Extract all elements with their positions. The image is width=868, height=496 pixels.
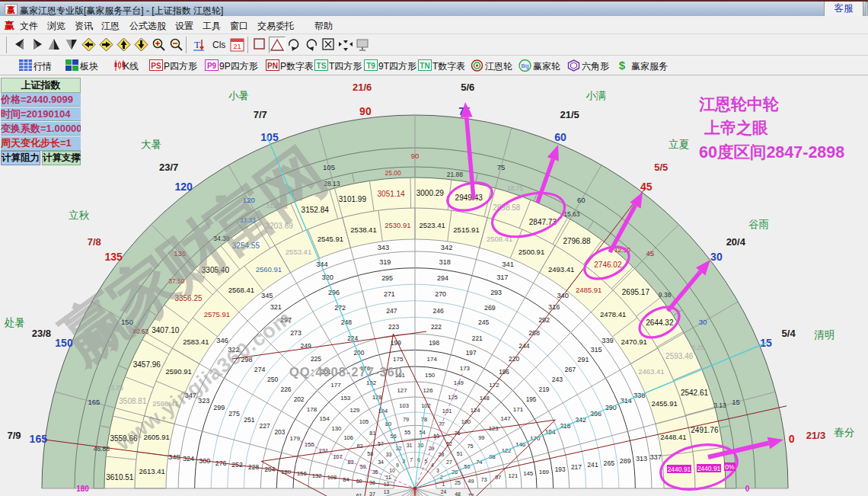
svg-text:226: 226 (281, 386, 292, 393)
svg-text:317: 317 (496, 274, 508, 281)
svg-text:61: 61 (356, 493, 362, 496)
svg-text:31: 31 (407, 443, 413, 448)
svg-text:323: 323 (198, 397, 209, 405)
svg-text:55: 55 (404, 430, 410, 436)
svg-text:45: 45 (640, 181, 653, 193)
svg-text:147: 147 (500, 415, 510, 422)
svg-text:2796.88: 2796.88 (563, 237, 591, 245)
svg-text:174: 174 (427, 356, 438, 363)
svg-text:21/6: 21/6 (353, 82, 372, 93)
svg-text:0: 0 (789, 433, 795, 445)
svg-text:大暑: 大暑 (141, 139, 161, 150)
svg-text:20/4: 20/4 (726, 236, 746, 248)
svg-text:289: 289 (620, 457, 631, 465)
svg-text:126: 126 (423, 387, 433, 394)
svg-text:250: 250 (267, 376, 279, 383)
svg-text:165: 165 (88, 398, 100, 406)
svg-text:219: 219 (539, 386, 550, 393)
svg-text:0%: 0% (725, 463, 735, 471)
svg-text:23/8: 23/8 (32, 328, 51, 339)
svg-text:TS: TS (317, 62, 327, 70)
svg-text:2493.41: 2493.41 (548, 265, 574, 274)
svg-text:165: 165 (30, 433, 48, 445)
svg-text:7/9: 7/9 (7, 430, 21, 441)
svg-text:7/7: 7/7 (254, 109, 267, 120)
svg-text:3508.81: 3508.81 (119, 397, 147, 405)
svg-text:145: 145 (523, 470, 534, 477)
svg-text:2949.43: 2949.43 (455, 194, 483, 202)
svg-text:299: 299 (213, 404, 225, 411)
svg-text:247: 247 (386, 307, 397, 315)
svg-text:273: 273 (290, 329, 302, 337)
svg-text:3000.29: 3000.29 (416, 189, 445, 197)
svg-text:265: 265 (604, 459, 615, 467)
svg-text:178: 178 (307, 406, 318, 413)
svg-text:171: 171 (513, 406, 524, 413)
svg-text:318: 318 (439, 258, 451, 266)
svg-text:2560.91: 2560.91 (256, 265, 282, 274)
svg-text:73: 73 (481, 476, 487, 483)
svg-text:105: 105 (359, 418, 369, 425)
svg-text:169: 169 (539, 469, 550, 475)
svg-text:2553.41: 2553.41 (286, 248, 311, 256)
svg-text:45: 45 (646, 249, 654, 258)
svg-text:43.75: 43.75 (107, 384, 124, 392)
svg-text:193: 193 (555, 466, 566, 473)
svg-text:82: 82 (356, 443, 362, 450)
svg-text:10: 10 (389, 468, 395, 473)
svg-text:59: 59 (360, 464, 366, 470)
svg-text:P9: P9 (207, 62, 217, 70)
svg-text:271: 271 (384, 290, 395, 298)
svg-text:30: 30 (710, 251, 723, 263)
svg-text:2545.91: 2545.91 (318, 235, 343, 243)
svg-text:125: 125 (448, 394, 458, 401)
svg-text:2463.41: 2463.41 (638, 367, 664, 376)
svg-text:79: 79 (403, 416, 409, 423)
svg-text:195: 195 (526, 396, 537, 403)
svg-text:25: 25 (455, 480, 461, 485)
svg-text:24: 24 (441, 489, 447, 494)
svg-text:立夏: 立夏 (669, 139, 690, 150)
svg-text:319: 319 (379, 258, 391, 266)
svg-text:243: 243 (552, 376, 563, 383)
svg-text:江恩轮中轮: 江恩轮中轮 (698, 95, 780, 113)
svg-text:315: 315 (590, 346, 602, 354)
svg-text:3: 3 (436, 468, 439, 473)
svg-text:221: 221 (472, 334, 483, 342)
svg-text:48: 48 (455, 491, 461, 496)
svg-text:60度区间2847-2898: 60度区间2847-2898 (699, 143, 844, 162)
svg-text:15.63: 15.63 (563, 210, 580, 218)
svg-text:203: 203 (275, 429, 286, 436)
svg-text:5/5: 5/5 (654, 162, 668, 173)
svg-text:291: 291 (578, 356, 589, 363)
svg-text:3610.51: 3610.51 (106, 473, 134, 482)
svg-text:106: 106 (343, 434, 353, 441)
svg-text:99: 99 (478, 434, 484, 441)
svg-text:5/6: 5/6 (461, 82, 474, 93)
svg-text:2568.41: 2568.41 (228, 286, 254, 294)
svg-text:120: 120 (175, 181, 193, 193)
svg-text:11: 11 (385, 475, 391, 480)
svg-text:313: 313 (636, 455, 647, 462)
svg-text:立秋: 立秋 (69, 210, 90, 221)
svg-text:小暑: 小暑 (228, 90, 249, 101)
svg-text:251: 251 (244, 416, 255, 424)
svg-text:81: 81 (369, 430, 375, 437)
svg-text:241: 241 (587, 461, 598, 469)
svg-text:3101.99: 3101.99 (339, 195, 367, 203)
svg-text:$: $ (619, 59, 626, 72)
svg-text:2583.41: 2583.41 (183, 338, 209, 346)
svg-text:2613.41: 2613.41 (139, 467, 165, 475)
svg-text:30: 30 (699, 318, 707, 326)
svg-text:60: 60 (554, 131, 566, 143)
svg-text:341: 341 (502, 261, 514, 268)
svg-text:PN: PN (267, 62, 278, 70)
svg-text:294: 294 (437, 274, 448, 282)
svg-text:2448.41: 2448.41 (660, 433, 686, 441)
svg-text:清明: 清明 (814, 329, 834, 341)
svg-text:223: 223 (388, 323, 399, 331)
svg-text:34: 34 (378, 459, 384, 465)
svg-text:270: 270 (435, 290, 446, 298)
svg-text:Big: Big (521, 63, 528, 69)
svg-text:155: 155 (305, 441, 315, 448)
